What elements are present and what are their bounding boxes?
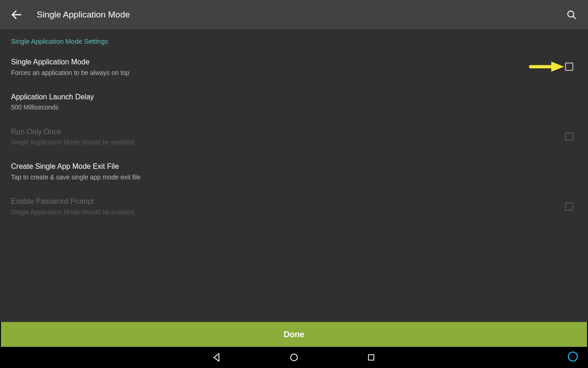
alexa-icon — [567, 351, 579, 362]
svg-point-6 — [291, 354, 298, 361]
back-arrow-icon — [10, 8, 23, 21]
nav-recent-icon — [367, 353, 376, 362]
section-header: Single Application Mode Settings — [0, 29, 588, 50]
checkbox[interactable] — [565, 63, 573, 71]
setting-create-exit-file[interactable]: Create Single App Mode Exit File Tap to … — [0, 154, 588, 189]
nav-back-icon — [212, 352, 222, 362]
setting-run-only-once: Run Only Once Single Application Mode sh… — [0, 120, 588, 155]
page-title: Single Application Mode — [37, 10, 562, 20]
done-button[interactable]: Done — [0, 322, 588, 347]
setting-subtitle: Single Application Mode should be enable… — [11, 138, 558, 146]
system-nav-bar — [0, 347, 588, 368]
setting-subtitle: Forces an application to be always on to… — [11, 69, 558, 77]
svg-marker-5 — [214, 354, 219, 362]
setting-single-app-mode[interactable]: Single Application Mode Forces an applic… — [0, 50, 588, 85]
setting-title: Single Application Mode — [11, 57, 558, 67]
setting-title: Run Only Once — [11, 127, 558, 137]
setting-subtitle: Single Application Mode should be enable… — [11, 208, 558, 216]
setting-title: Application Launch Delay — [11, 92, 577, 102]
app-bar: Single Application Mode — [0, 0, 588, 29]
settings-list: Single Application Mode Settings Single … — [0, 29, 588, 322]
svg-point-8 — [568, 352, 577, 361]
svg-rect-7 — [368, 355, 374, 360]
checkbox — [565, 132, 573, 141]
setting-subtitle: Tap to create & save single app mode exi… — [11, 173, 577, 181]
svg-line-2 — [573, 16, 575, 18]
nav-home-button[interactable] — [288, 351, 300, 364]
checkbox — [565, 202, 573, 211]
nav-home-icon — [289, 352, 299, 362]
search-icon — [566, 9, 577, 20]
back-button[interactable] — [7, 6, 26, 24]
setting-launch-delay[interactable]: Application Launch Delay 500 Millisecond… — [0, 85, 588, 120]
nav-recent-button[interactable] — [365, 351, 378, 364]
setting-title: Enable Password Prompt — [11, 196, 558, 207]
setting-title: Create Single App Mode Exit File — [11, 161, 577, 172]
setting-enable-password-prompt: Enable Password Prompt Single Applicatio… — [0, 189, 588, 224]
done-label: Done — [284, 330, 305, 339]
setting-subtitle: 500 Milliseconds — [11, 103, 577, 111]
search-button[interactable] — [562, 6, 581, 24]
alexa-button[interactable] — [567, 351, 579, 364]
nav-back-button[interactable] — [210, 351, 223, 364]
